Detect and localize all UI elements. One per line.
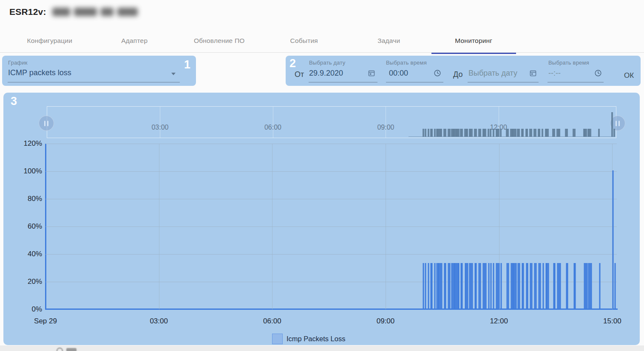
chart-spike: [498, 263, 499, 309]
tab-firmware-update[interactable]: Обновление ПО: [177, 29, 262, 53]
to-time-input[interactable]: --:--: [548, 69, 561, 78]
brush-timeline[interactable]: 03:0006:0009:0012:00: [47, 106, 616, 138]
y-tick-label: 0%: [31, 305, 42, 314]
brush-gridline: [160, 107, 160, 138]
to-time-caption: Выбрать время: [548, 59, 589, 66]
brush-minibar: [440, 129, 442, 137]
brush-gridline: [386, 107, 386, 138]
brush-minibar: [428, 129, 429, 137]
chart-spike: [575, 263, 576, 309]
legend[interactable]: Icmp Packets Loss: [272, 334, 345, 344]
chart-spike: [586, 263, 587, 309]
y-tick-label: 60%: [28, 222, 42, 231]
chart-spike: [480, 263, 481, 309]
from-date-underline: [309, 82, 377, 82]
from-date-input[interactable]: 29.9.2020: [309, 69, 343, 78]
graph-select[interactable]: ICMP packets loss: [8, 68, 180, 79]
chart-spike: [490, 263, 491, 309]
legend-label: Icmp Packets Loss: [287, 335, 345, 343]
cutoff-content: [57, 348, 63, 351]
brush-tick-label: 03:00: [151, 124, 168, 131]
brush-minibar: [611, 112, 613, 137]
x-tick-label: 15:00: [603, 317, 621, 326]
calendar-icon[interactable]: [529, 69, 537, 77]
brush-minibar: [493, 129, 494, 137]
brush-minibar: [490, 129, 491, 137]
chart-spike: [458, 263, 460, 309]
to-date-underline: [468, 82, 539, 82]
brush-minibar: [466, 129, 468, 137]
chart-spike: [476, 263, 477, 309]
tab-tasks[interactable]: Задачи: [346, 29, 431, 53]
brush-minibar: [471, 129, 473, 137]
tab-bar: КонфигурацииАдаптерОбновление ПОСобытияЗ…: [7, 29, 516, 53]
chart-spike: [431, 263, 433, 309]
brush-minibar: [613, 129, 615, 137]
brush-minibar: [485, 129, 486, 137]
chart-spike: [548, 263, 549, 309]
chart-spike: [613, 170, 614, 309]
to-time-underline: [548, 82, 604, 82]
chart-spike: [471, 263, 473, 309]
brush-minibar: [518, 129, 520, 137]
chart-spike: [535, 263, 536, 309]
callout-2: 2: [289, 58, 296, 69]
chart-spike: [441, 263, 442, 309]
brush-minibar: [535, 129, 536, 137]
x-tick-label: 12:00: [490, 317, 508, 326]
brush-minibar: [449, 129, 451, 137]
chart-spike: [428, 263, 429, 309]
tab-monitoring[interactable]: Мониторинг: [431, 29, 516, 53]
brush-minibar: [479, 129, 481, 137]
brush-minibar: [522, 129, 524, 137]
calendar-icon[interactable]: [368, 69, 375, 77]
graph-select-caption: График: [8, 59, 28, 66]
legend-swatch: [272, 334, 283, 344]
brush-minibar: [598, 129, 600, 137]
brush-minibar: [574, 129, 576, 137]
graph-select-value: ICMP packets loss: [8, 68, 71, 77]
chart-spike: [508, 263, 509, 309]
brush-minibar: [542, 129, 543, 137]
from-time-input[interactable]: 00:00: [389, 69, 408, 78]
clock-icon[interactable]: [594, 69, 602, 77]
gridline-x: [159, 144, 159, 309]
device-title: ESR12v:: [9, 7, 46, 17]
tab-configurations[interactable]: Конфигурации: [7, 29, 92, 53]
ok-button[interactable]: ОК: [624, 71, 634, 80]
tab-events[interactable]: События: [262, 29, 347, 53]
chart-spike: [434, 263, 436, 309]
gridline-y: [45, 199, 617, 199]
brush-minibar: [559, 129, 560, 137]
chart-spike: [590, 263, 592, 309]
brush-minibar: [445, 129, 446, 137]
brush-minibar: [458, 129, 460, 137]
to-date-input[interactable]: Выбрать дату: [468, 69, 517, 78]
brush-minibar: [461, 129, 463, 137]
graph-select-underline: [8, 82, 180, 82]
brush-minibar: [475, 129, 477, 137]
chart-spike: [531, 263, 532, 309]
brush-minibar: [547, 129, 549, 137]
brush-minibar: [434, 129, 436, 137]
y-tick-label: 100%: [24, 167, 42, 176]
brush-minibar: [423, 129, 424, 137]
from-label: От: [295, 70, 304, 79]
brush-minibar: [431, 129, 433, 137]
gridline-y: [45, 254, 617, 255]
callout-1: 1: [184, 59, 190, 71]
graph-select-panel: График ICMP packets loss 1: [2, 56, 196, 86]
tab-adapter[interactable]: Адаптер: [92, 29, 177, 53]
gridline-y: [45, 171, 617, 172]
main-plot: [45, 144, 617, 309]
clock-icon[interactable]: [434, 69, 441, 77]
chart-spike: [615, 263, 616, 309]
date-range-panel: 2 От Выбрать дату 29.9.2020 Выбрать врем…: [286, 56, 641, 86]
brush-handle-left[interactable]: [39, 116, 54, 131]
brush-minibar: [507, 129, 509, 137]
chart-spike: [527, 263, 528, 309]
brush-minibar: [585, 129, 587, 137]
brush-tick-label: 09:00: [377, 124, 394, 131]
chart-spike: [539, 263, 541, 309]
chart-spike: [567, 263, 568, 309]
